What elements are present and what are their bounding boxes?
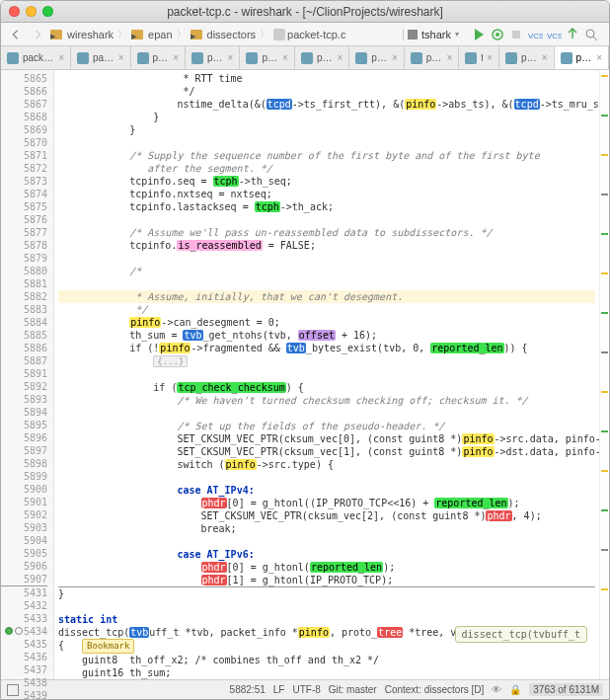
line-number[interactable]: 5437: [1, 663, 47, 676]
line-separator[interactable]: LF: [273, 684, 285, 695]
close-tab-button[interactable]: ×: [228, 52, 234, 63]
minimap-mark[interactable]: [601, 588, 608, 590]
line-number[interactable]: 5884: [1, 316, 47, 329]
minimap-mark[interactable]: [601, 272, 608, 274]
line-number[interactable]: 5893: [1, 393, 47, 406]
minimap-mark[interactable]: [601, 154, 608, 156]
code-line[interactable]: }: [58, 123, 595, 136]
code-line[interactable]: [58, 407, 595, 420]
code-line[interactable]: tcpinfo.is_reassembled = FALSE;: [58, 239, 595, 252]
line-number[interactable]: 5883: [1, 303, 47, 316]
code-line[interactable]: nstime_delta(&(tcpd->ts_first_rtt), &(pi…: [58, 98, 595, 111]
line-number[interactable]: 5870: [1, 136, 47, 149]
line-number[interactable]: 5901: [1, 496, 47, 508]
line-number[interactable]: 5902: [1, 508, 47, 521]
breakpoint-icon[interactable]: [5, 627, 13, 635]
minimize-window-button[interactable]: [26, 6, 37, 17]
editor-tab[interactable]: pack×: [240, 46, 294, 69]
code-line[interactable]: case AT_IPv4:: [58, 484, 595, 497]
code-line[interactable]: guint16 th_sum;: [58, 666, 595, 679]
line-number[interactable]: 5868: [1, 111, 47, 123]
line-number[interactable]: 5886: [1, 342, 47, 354]
lock-icon[interactable]: 🔒: [509, 684, 521, 695]
line-number[interactable]: 5899: [1, 470, 47, 483]
close-tab-button[interactable]: ×: [487, 52, 493, 63]
debug-button[interactable]: [490, 27, 505, 42]
line-number[interactable]: 5878: [1, 239, 47, 252]
code-view[interactable]: * RTT time */ nstime_delta(&(tcpd->ts_fi…: [54, 70, 599, 679]
run-button[interactable]: [471, 27, 487, 42]
code-line[interactable]: /* Set up the fields of the pseudo-heade…: [58, 420, 595, 432]
code-line[interactable]: [58, 600, 595, 613]
line-number[interactable]: 5896: [1, 431, 47, 444]
code-line[interactable]: */: [58, 85, 595, 98]
minimap-mark[interactable]: [601, 430, 608, 432]
minimap-mark[interactable]: [601, 194, 608, 195]
code-line[interactable]: tcpinfo.lastackseq = tcph->th_ack;: [58, 200, 595, 213]
run-target-select[interactable]: tshark ▾: [403, 29, 463, 40]
minimap-mark[interactable]: [601, 351, 608, 353]
minimap-mark[interactable]: [601, 75, 608, 77]
line-number[interactable]: 5865: [1, 72, 47, 85]
close-tab-button[interactable]: ×: [282, 52, 288, 63]
line-number[interactable]: 5900: [1, 483, 47, 496]
back-button[interactable]: [7, 26, 25, 43]
line-number[interactable]: 5891: [1, 367, 47, 380]
minimap-mark[interactable]: [601, 233, 608, 235]
line-number[interactable]: 5434: [1, 625, 47, 638]
vcs-commit-button[interactable]: VCS↑: [546, 27, 562, 42]
forward-button[interactable]: [29, 26, 46, 43]
code-line[interactable]: [58, 277, 595, 290]
code-line[interactable]: break;: [58, 522, 595, 535]
line-number[interactable]: 5433: [1, 612, 47, 625]
minimap-mark[interactable]: [601, 549, 608, 551]
editor-tab[interactable]: pack×: [405, 46, 459, 69]
line-number[interactable]: 5438: [1, 676, 47, 689]
code-line[interactable]: /* We haven't turned checksum checking o…: [58, 394, 595, 407]
line-number[interactable]: 5872: [1, 162, 47, 175]
code-line[interactable]: static int: [58, 613, 595, 626]
code-line[interactable]: { Bookmark: [58, 639, 595, 654]
close-tab-button[interactable]: ×: [118, 52, 124, 63]
code-line[interactable]: */: [58, 303, 595, 316]
line-number[interactable]: 5905: [1, 547, 47, 560]
zoom-window-button[interactable]: [42, 6, 53, 17]
minimap-mark[interactable]: [601, 312, 608, 314]
editor-tab[interactable]: packe×: [71, 46, 130, 69]
line-number[interactable]: 5904: [1, 534, 47, 547]
line-number[interactable]: 5881: [1, 277, 47, 290]
inspect-icon[interactable]: 👁: [492, 684, 501, 695]
code-line[interactable]: after the segment. */: [58, 162, 595, 175]
line-number[interactable]: 5867: [1, 98, 47, 111]
line-number[interactable]: 5907: [1, 573, 47, 585]
line-number[interactable]: 5875: [1, 200, 47, 213]
breadcrumb-item[interactable]: ▸dissectors: [191, 29, 257, 40]
close-tab-button[interactable]: ×: [596, 52, 602, 63]
editor-tab[interactable]: pack×: [131, 46, 186, 69]
code-line[interactable]: pinfo->can_desegment = 0;: [58, 316, 595, 329]
code-line[interactable]: th_sum = tvb_get_ntohs(tvb, offset + 16)…: [58, 329, 595, 342]
stop-button[interactable]: [508, 27, 524, 42]
vcs-push-button[interactable]: [565, 27, 580, 42]
minimap-mark[interactable]: [601, 391, 608, 393]
line-number[interactable]: 5895: [1, 419, 47, 431]
code-line[interactable]: switch (pinfo->src.type) {: [58, 458, 595, 471]
code-line[interactable]: /* Supply the sequence number of the fir…: [58, 149, 595, 162]
git-branch[interactable]: Git: master: [329, 684, 377, 695]
line-number[interactable]: 5869: [1, 123, 47, 136]
code-line[interactable]: SET_CKSUM_VEC_PTR(cksum_vec[2], (const g…: [58, 509, 595, 522]
code-line[interactable]: phdr[0] = g_htonl((IP_PROTO_TCP<<16) + r…: [58, 497, 595, 509]
line-number[interactable]: 5873: [1, 175, 47, 188]
code-line[interactable]: if (tcp_check_checksum) {: [58, 381, 595, 394]
editor-tab[interactable]: ti×: [459, 46, 499, 69]
code-line[interactable]: phdr[0] = g_htonl(reported_len);: [58, 561, 595, 574]
line-number[interactable]: 5877: [1, 226, 47, 239]
editor-tab[interactable]: pack×: [349, 46, 404, 69]
file-encoding[interactable]: UTF-8: [292, 684, 320, 695]
close-tab-button[interactable]: ×: [542, 52, 548, 63]
editor-tab[interactable]: pack×: [295, 46, 349, 69]
code-line[interactable]: {...}: [58, 354, 595, 368]
close-tab-button[interactable]: ×: [58, 52, 64, 63]
line-number[interactable]: 5874: [1, 188, 47, 200]
line-number[interactable]: 5435: [1, 638, 47, 651]
